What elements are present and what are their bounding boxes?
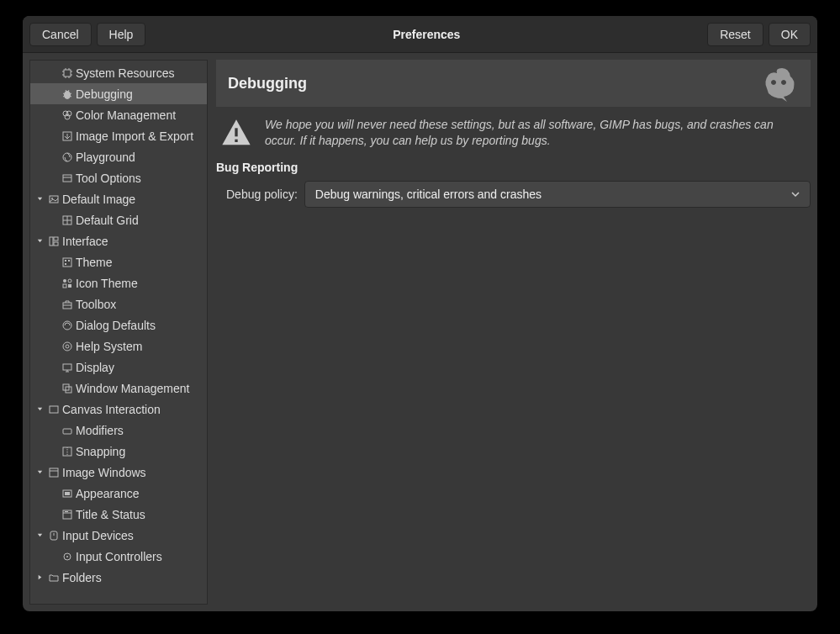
cancel-button[interactable]: Cancel [29,23,92,46]
tree-item-label: Toolbox [76,298,116,311]
tree-item-label: Dialog Defaults [76,319,156,332]
tree-item-label: Display [76,361,114,374]
play-icon [61,151,74,164]
svg-rect-37 [63,284,66,288]
canvas-icon [47,403,61,416]
tree-item-system-resources[interactable]: System Resources [30,62,207,83]
modifiers-icon [61,424,74,437]
tree-item-help-system[interactable]: Help System [30,335,207,357]
dialog-header: Cancel Help Preferences Reset OK [23,16,817,53]
tree-item-label: Appearance [76,487,140,500]
tree-item-label: Icon Theme [76,277,138,290]
tree-item-label: Tool Options [76,172,141,185]
expander-spacer [34,488,45,499]
chevron-down-icon [791,190,800,198]
tree-item-label: System Resources [76,66,174,80]
reset-button[interactable]: Reset [707,23,763,46]
expander-spacer [34,172,45,184]
svg-rect-53 [50,468,58,477]
tree-item-interface[interactable]: Interface [30,230,207,251]
tree-item-input-devices[interactable]: Input Devices [30,525,207,546]
tree-item-default-image[interactable]: Default Image [30,188,207,209]
svg-rect-21 [63,175,71,182]
theme-icon [61,256,74,269]
svg-rect-34 [65,263,66,265]
tree-item-window-management[interactable]: Window Management [30,378,207,399]
tree-item-title-status[interactable]: Title & Status [30,504,207,525]
tree-item-display[interactable]: Display [30,357,207,378]
expander-down-icon[interactable] [34,235,45,247]
tree-item-label: Window Management [76,382,189,395]
svg-rect-56 [65,492,70,495]
svg-rect-49 [50,406,58,413]
expander-down-icon[interactable] [34,530,45,542]
image-icon [47,193,61,206]
svg-rect-44 [63,364,71,370]
debug-policy-dropdown[interactable]: Debug warnings, critical errors and cras… [304,181,811,208]
tree-item-label: Default Image [62,193,135,206]
tree-item-canvas-interaction[interactable]: Canvas Interaction [30,399,207,420]
tree-item-image-import-export[interactable]: Image Import & Export [30,125,207,146]
help-button[interactable]: Help [97,23,146,46]
svg-rect-38 [68,284,71,288]
expander-spacer [34,256,45,268]
tree-item-label: Canvas Interaction [62,403,161,416]
help-icon [61,340,74,353]
dialog-icon [61,319,74,332]
tools-icon [61,172,74,185]
tree-item-default-grid[interactable]: Default Grid [30,209,207,230]
expander-spacer [34,109,45,121]
tree-item-label: Input Devices [62,529,134,542]
tree-item-label: Theme [76,256,113,269]
preferences-tree[interactable]: System ResourcesDebuggingColor Managemen… [29,60,208,605]
tree-item-toolbox[interactable]: Toolbox [30,293,207,314]
tree-item-label: Image Import & Export [76,129,193,143]
controllers-icon [61,550,74,563]
expander-down-icon[interactable] [34,404,45,415]
color-icon [61,108,74,122]
interface-icon [47,235,61,248]
tree-item-snapping[interactable]: Snapping [30,441,207,462]
tree-item-label: Debugging [76,87,133,101]
tree-item-tool-options[interactable]: Tool Options [30,167,207,188]
ok-button[interactable]: OK [769,23,811,46]
svg-rect-30 [54,242,58,246]
expander-spacer [34,214,45,226]
content-title: Debugging [228,75,307,92]
expander-spacer [34,362,45,373]
tree-item-input-controllers[interactable]: Input Controllers [30,546,207,567]
input-icon [47,529,61,542]
bug-icon [61,87,74,101]
tree-item-label: Image Windows [62,466,146,479]
tree-item-playground[interactable]: Playground [30,146,207,167]
tree-item-theme[interactable]: Theme [30,251,207,272]
tree-item-image-windows[interactable]: Image Windows [30,462,207,483]
expander-down-icon[interactable] [34,193,45,205]
tree-item-color-management[interactable]: Color Management [30,104,207,125]
tree-item-label: Snapping [76,445,125,458]
expander-spacer [34,341,45,352]
tree-item-label: Modifiers [76,424,124,437]
tree-item-label: Default Grid [76,214,139,227]
tree-item-modifiers[interactable]: Modifiers [30,420,207,441]
expander-spacer [34,299,45,310]
expander-spacer [34,509,45,520]
title-icon [61,508,74,521]
svg-rect-64 [235,128,237,136]
svg-point-9 [64,91,71,99]
tree-item-icon-theme[interactable]: Icon Theme [30,272,207,293]
warning-row: We hope you will never need these settin… [216,107,811,159]
tree-item-folders[interactable]: Folders [30,567,207,588]
expander-right-icon[interactable] [34,572,45,584]
tree-item-label: Title & Status [76,508,145,521]
debug-policy-row: Debug policy: Debug warnings, critical e… [216,181,811,208]
svg-rect-65 [235,140,237,142]
svg-rect-29 [54,237,58,240]
tree-item-dialog-defaults[interactable]: Dialog Defaults [30,314,207,335]
tree-item-appearance[interactable]: Appearance [30,483,207,504]
tree-item-debugging[interactable]: Debugging [30,83,207,104]
expander-down-icon[interactable] [34,467,45,478]
tree-item-label: Help System [76,340,142,353]
expander-spacer [34,130,45,142]
content-pane: Debugging We hope you will never need th… [216,60,811,605]
